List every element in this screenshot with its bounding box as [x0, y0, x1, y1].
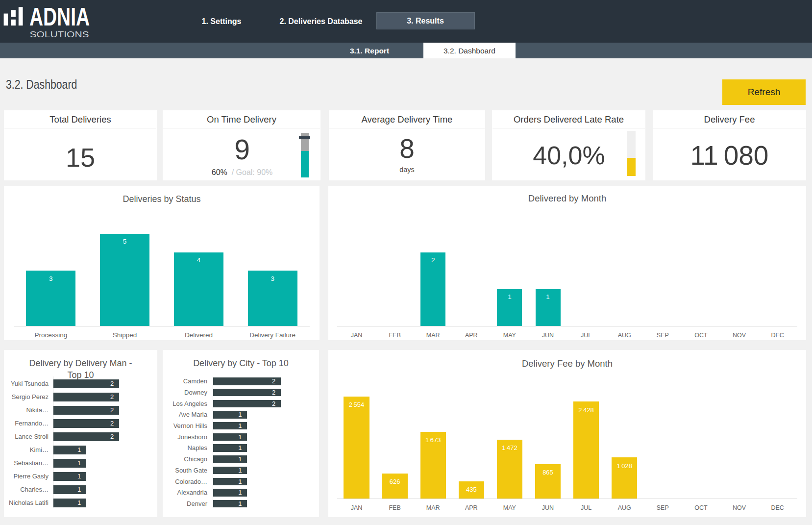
svg-text:ADNIA: ADNIA — [29, 2, 90, 31]
svg-text:SOLUTIONS: SOLUTIONS — [30, 30, 89, 39]
